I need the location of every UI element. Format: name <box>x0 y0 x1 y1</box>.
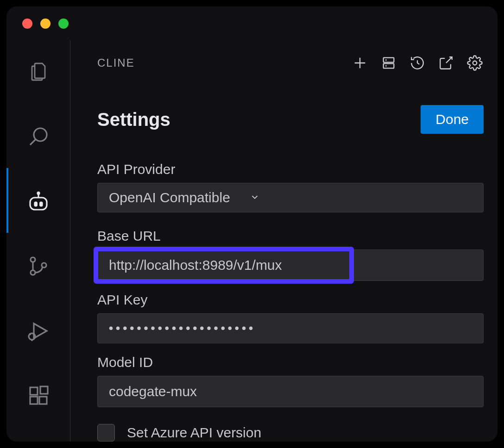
run-debug-icon[interactable] <box>25 318 51 344</box>
svg-rect-21 <box>384 63 394 68</box>
svg-point-9 <box>42 263 46 268</box>
svg-point-8 <box>31 270 35 275</box>
svg-point-7 <box>31 257 35 262</box>
panel-actions <box>351 54 484 72</box>
azure-checkbox[interactable] <box>97 424 115 442</box>
api-key-wrap <box>97 313 484 343</box>
svg-rect-6 <box>40 202 42 206</box>
body-area: CLINE <box>6 40 498 442</box>
gear-icon[interactable] <box>466 54 484 72</box>
api-key-input[interactable] <box>97 313 484 343</box>
api-provider-select[interactable]: OpenAI Compatible <box>97 183 484 212</box>
model-id-label: Model ID <box>97 355 484 370</box>
activity-bar <box>6 40 70 442</box>
done-button[interactable]: Done <box>421 105 484 134</box>
settings-title: Settings <box>97 109 170 130</box>
base-url-label: Base URL <box>97 228 484 244</box>
settings-header: Settings Done <box>97 105 484 134</box>
panel-title: CLINE <box>97 56 135 69</box>
plus-icon[interactable] <box>351 54 369 72</box>
svg-point-24 <box>473 61 477 65</box>
svg-line-12 <box>33 334 35 335</box>
api-provider-value: OpenAI Compatible <box>109 190 230 205</box>
panel-header: CLINE <box>97 54 484 72</box>
search-icon[interactable] <box>25 124 51 149</box>
svg-point-4 <box>38 192 39 194</box>
cline-icon[interactable] <box>25 188 51 214</box>
app-window: CLINE <box>6 6 498 442</box>
svg-line-11 <box>29 334 31 335</box>
api-key-label: API Key <box>97 292 484 308</box>
svg-rect-20 <box>384 58 394 62</box>
svg-rect-17 <box>40 386 48 394</box>
svg-rect-16 <box>39 397 47 404</box>
model-id-input[interactable] <box>97 376 484 407</box>
base-url-input[interactable] <box>97 249 484 281</box>
svg-rect-5 <box>35 202 37 206</box>
explorer-icon[interactable] <box>25 59 51 85</box>
titlebar <box>6 6 498 40</box>
svg-line-1 <box>30 139 36 145</box>
svg-rect-15 <box>30 397 38 404</box>
minimize-window-button[interactable] <box>40 19 50 29</box>
azure-checkbox-label: Set Azure API version <box>127 425 261 441</box>
chevron-down-icon <box>250 190 260 205</box>
svg-rect-14 <box>30 387 38 395</box>
svg-rect-2 <box>30 198 47 210</box>
model-id-wrap <box>97 376 484 407</box>
history-icon[interactable] <box>409 54 426 72</box>
main-panel: CLINE <box>70 40 498 442</box>
extensions-icon[interactable] <box>25 383 51 409</box>
azure-checkbox-row: Set Azure API version <box>97 424 484 442</box>
base-url-wrap <box>97 249 484 281</box>
zoom-window-button[interactable] <box>58 19 69 29</box>
close-window-button[interactable] <box>22 19 32 29</box>
api-provider-label: API Provider <box>97 162 484 177</box>
server-icon[interactable] <box>380 54 397 72</box>
source-control-icon[interactable] <box>25 253 51 279</box>
open-external-icon[interactable] <box>437 54 455 72</box>
svg-point-0 <box>34 128 47 141</box>
